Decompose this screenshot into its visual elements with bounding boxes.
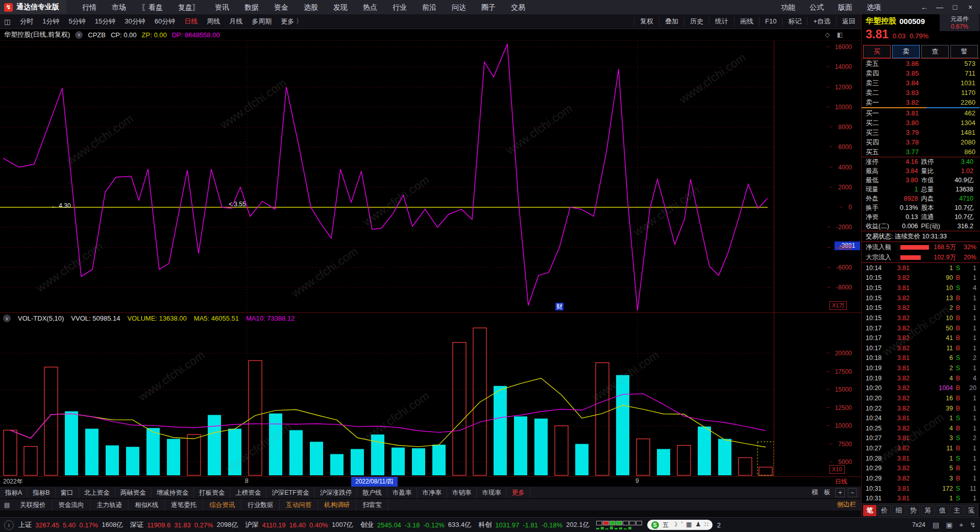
notes-icon[interactable]: ▤ [933,521,939,529]
index-quote[interactable]: 深证11909.631.830.27%2098亿 [130,520,238,529]
list-icon[interactable]: ▤ [4,501,10,509]
menu-item[interactable]: 前沿 [414,0,444,14]
menu-item[interactable]: 选项 [860,0,888,14]
indicator-tab[interactable]: 指标A [0,487,28,498]
info-tab[interactable]: 机构调研 [318,499,356,511]
period-tab[interactable]: 15分钟 [90,14,120,29]
period-tab[interactable]: 日线 [180,14,202,29]
period-tab[interactable]: 1分钟 [38,14,64,29]
chevron-down-icon[interactable]: ∨ [75,31,83,39]
ime-item-icon[interactable]: ▦ [686,521,692,529]
add-pane-button[interactable]: + [836,488,845,497]
ime-item-icon[interactable]: ♟ [695,521,701,529]
bid-row[interactable]: 买五3.77860 [862,147,979,157]
restore-icon[interactable]: □ [948,3,962,11]
chart-action-button[interactable]: 返回 [836,17,861,26]
event-marker-financial-report[interactable]: 财 [555,303,564,310]
menu-item[interactable]: 交易 [503,0,533,14]
panel-mode-tab[interactable]: 细 [892,505,905,516]
indicator-tab[interactable]: 增减持资金 [152,487,194,498]
period-tab[interactable]: 60分钟 [150,14,180,29]
indicator-tab[interactable]: 北上资金 [79,487,115,498]
panel-mode-tab[interactable]: 筹 [921,505,935,516]
remove-pane-button[interactable]: − [848,488,857,497]
index-quote[interactable]: 沪深4110.1916.400.40%1007亿 [245,520,353,529]
ime-item-icon[interactable]: ’ [681,521,682,529]
bid-row[interactable]: 买三3.791481 [862,128,979,137]
panel-mode-tab[interactable]: 值 [936,505,949,516]
panel-mode-tab[interactable]: 主 [950,505,963,516]
index-quote[interactable]: 科创1031.97-1.81-0.18%202.1亿 [478,520,589,529]
indicator-tab[interactable]: 窗口 [56,487,79,498]
industry-block[interactable]: 元器件 0.67% [940,14,979,31]
info-tab[interactable]: 扫雷宝 [356,499,388,511]
tick-list[interactable]: 10:143.811S110:153.8290B110:153.8110S410… [862,263,979,503]
chart-action-button[interactable]: 历史 [684,17,709,26]
period-tab[interactable]: 多周期 [247,14,276,29]
split-window-icon[interactable]: ◧ [837,31,843,38]
menu-item[interactable]: 公式 [802,0,831,14]
ask-row[interactable]: 卖二3.831170 [862,88,979,98]
layout-icon[interactable]: ◫ [4,18,10,26]
period-tab[interactable]: 周线 [202,14,225,29]
volume-indicator-name[interactable]: VOL-TDX(5,10) [18,315,64,322]
ime-item-icon[interactable]: ☽ [672,521,678,529]
ime-item-icon[interactable]: ∷ [704,521,708,529]
ime-item-icon[interactable]: 五 [663,521,669,529]
index-quote[interactable]: 上证3267.455.400.17%1608亿 [18,520,123,529]
chart-action-button[interactable]: F10 [759,17,782,26]
period-tab[interactable]: 分时 [15,14,38,29]
buy-button[interactable]: 买 [863,45,891,58]
ask-row[interactable]: 卖四3.85711 [862,68,979,78]
chart-action-button[interactable]: 标记 [782,17,807,26]
close-icon[interactable]: × [964,3,977,11]
chart-action-button[interactable]: 叠加 [659,17,684,26]
menu-item[interactable]: 行业 [385,0,414,14]
indicator-tab[interactable]: 市销率 [447,487,477,498]
indicator-tab[interactable]: 市现率 [477,487,507,498]
back-icon[interactable]: ← [918,3,931,11]
info-tab[interactable]: 关联报价 [14,499,52,511]
minimize-icon[interactable]: — [933,3,946,11]
info-tab[interactable]: 逐笔委托 [165,499,203,511]
period-tab[interactable]: 更多 〉 [276,14,307,29]
indicator-tab[interactable]: 指标B [28,487,55,498]
info-tab[interactable]: 行业数据 [241,499,280,511]
menu-item[interactable]: 问达 [444,0,474,14]
info-tab[interactable]: 主力轨迹 [90,499,129,511]
info-tab[interactable]: 综合资讯 [203,499,241,511]
indicator-tab[interactable]: 两融资金 [115,487,152,498]
panel-mode-tab[interactable]: 笔 [863,505,876,516]
index-quote[interactable]: 创业2545.04-3.18-0.12%633.4亿 [360,520,471,529]
sell-button[interactable]: 卖 [892,45,920,58]
query-button[interactable]: 查 [921,45,949,58]
chart-action-button[interactable]: 画线 [734,17,759,26]
menu-item[interactable]: 〖看盘 [134,0,170,14]
power-icon[interactable]: ↯ [970,521,976,529]
bid-row[interactable]: 买四3.782080 [862,137,979,147]
indicator-name[interactable]: CPZB [88,31,106,39]
panel-mode-tab[interactable]: 价 [877,505,891,516]
ask-row[interactable]: 卖五3.86573 [862,59,979,68]
chart-action-button[interactable]: 统计 [709,17,734,26]
ime-logo-icon[interactable]: S [651,521,659,529]
panel-mode-tab[interactable]: 势 [906,505,920,516]
template-label[interactable]: 模 板 [812,488,832,497]
menu-item[interactable]: 资讯 [207,0,237,14]
ask-row[interactable]: 卖三3.841031 [862,78,979,88]
period-tab[interactable]: 月线 [225,14,247,29]
diamond-icon[interactable]: ◇ [825,31,829,38]
panel-mode-tab[interactable]: 笺 [965,505,978,516]
monitor-icon[interactable]: ▣ [946,521,952,529]
menu-item[interactable]: 选股 [296,0,326,14]
menu-item[interactable]: 复盘〗 [170,0,207,14]
period-tab[interactable]: 5分钟 [64,14,90,29]
input-method-bar[interactable]: S 五☽’▦♟∷ [647,520,713,530]
chart-action-button[interactable]: 复权 [634,17,659,26]
chart-action-button[interactable]: +自选 [807,17,836,26]
menu-item[interactable]: 数据 [237,0,266,14]
volume-pane[interactable]: ∨ VOL-TDX(5,10) VVOL: 50985.14 VOLUME: 1… [0,312,861,476]
menu-item[interactable]: 发现 [326,0,355,14]
chevron-down-icon[interactable]: ∨ [3,315,11,322]
menu-item[interactable]: 资金 [266,0,296,14]
